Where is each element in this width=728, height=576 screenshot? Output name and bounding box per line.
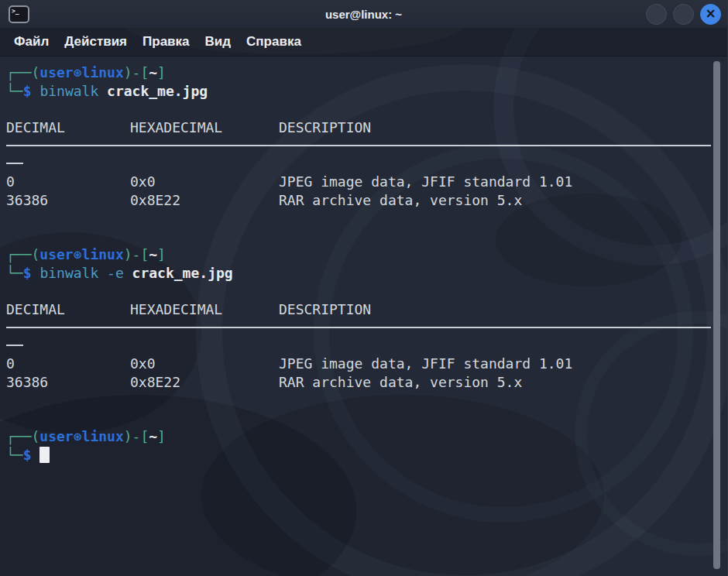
terminal-line: └─$ xyxy=(6,446,712,465)
menubar: Файл Действия Правка Вид Справка xyxy=(0,28,727,57)
terminal-line xyxy=(6,209,712,228)
output-row: DECIMALHEXADECIMALDESCRIPTION xyxy=(6,300,712,319)
output-cell: DECIMAL xyxy=(6,300,130,319)
terminal-line: └─$ binwalk -e crack_me.jpg xyxy=(6,264,712,283)
terminal-text: $ xyxy=(23,82,32,101)
output-cell: JPEG image data, JFIF standard 1.01 xyxy=(279,355,712,373)
output-row: 363860x8E22RAR archive data, version 5.x xyxy=(6,191,712,210)
separator-rule xyxy=(6,327,711,328)
terminal-line xyxy=(6,318,712,337)
output-row: 363860x8E22RAR archive data, version 5.x xyxy=(6,373,712,392)
terminal-text: binwalk xyxy=(39,264,107,283)
terminal-text: user xyxy=(39,63,73,82)
menu-item-view[interactable]: Вид xyxy=(197,31,239,53)
terminal-text: $ xyxy=(23,264,32,283)
output-cell: 0x0 xyxy=(130,173,279,191)
menu-item-file[interactable]: Файл xyxy=(6,31,57,53)
terminal-text: )-[ xyxy=(124,427,149,446)
close-button[interactable]: × xyxy=(700,4,721,25)
separator-rule xyxy=(6,163,23,164)
terminal-icon: >_ xyxy=(9,5,29,23)
terminal-output[interactable]: ┌──(user⊛linux)-[~]└─$ binwalk crack_me.… xyxy=(0,57,727,576)
output-cell: DESCRIPTION xyxy=(279,118,712,137)
terminal-text: ⊛ xyxy=(74,245,82,264)
output-cell: JPEG image data, JFIF standard 1.01 xyxy=(279,173,712,191)
terminal-text xyxy=(32,446,40,465)
terminal-line: ┌──(user⊛linux)-[~] xyxy=(6,63,712,82)
terminal-line xyxy=(6,337,712,355)
terminal-text: -e xyxy=(107,264,132,283)
terminal-line: └─$ binwalk crack_me.jpg xyxy=(6,82,712,101)
terminal-line: ┌──(user⊛linux)-[~] xyxy=(6,245,712,264)
terminal-line xyxy=(6,410,712,428)
terminal-text: $ xyxy=(23,446,32,465)
output-cell: 0x8E22 xyxy=(130,191,279,210)
terminal-text: └─ xyxy=(6,82,23,101)
terminal-cursor xyxy=(39,447,50,463)
terminal-window: >_ user@linux: ~ × Файл Действия Правка … xyxy=(0,0,728,576)
terminal-text: binwalk xyxy=(39,82,107,101)
terminal-text: ┌──( xyxy=(6,245,39,264)
output-row: DECIMALHEXADECIMALDESCRIPTION xyxy=(6,118,712,137)
terminal-line xyxy=(6,100,712,118)
terminal-text: ⊛ xyxy=(74,63,82,82)
terminal-text: )-[ xyxy=(124,245,149,264)
terminal-text: ⊛ xyxy=(74,427,82,446)
terminal-text: user xyxy=(39,427,73,446)
scrollbar-thumb[interactable] xyxy=(713,61,720,569)
maximize-button[interactable] xyxy=(673,4,694,25)
titlebar[interactable]: >_ user@linux: ~ × xyxy=(0,0,727,28)
menu-item-help[interactable]: Справка xyxy=(239,31,309,53)
output-cell: 36386 xyxy=(6,191,130,210)
terminal-line xyxy=(6,282,712,300)
terminal-text: ] xyxy=(157,245,166,264)
terminal-text: └─ xyxy=(6,264,23,283)
separator-rule xyxy=(6,345,23,346)
terminal-text: linux xyxy=(82,427,124,446)
terminal-text: ~ xyxy=(149,63,157,82)
output-cell: 36386 xyxy=(6,373,130,392)
window-controls: × xyxy=(646,4,721,25)
output-cell: RAR archive data, version 5.x xyxy=(279,191,712,210)
terminal-line xyxy=(6,155,712,173)
terminal-icon-glyph: >_ xyxy=(10,7,19,15)
terminal-line xyxy=(6,391,712,410)
minimize-button[interactable] xyxy=(646,4,667,25)
terminal-text: )-[ xyxy=(124,63,149,82)
close-icon: × xyxy=(705,7,716,20)
window-title: user@linux: ~ xyxy=(0,0,727,28)
output-row: 00x0JPEG image data, JFIF standard 1.01 xyxy=(6,173,712,191)
terminal-text: linux xyxy=(82,63,124,82)
separator-rule xyxy=(6,145,711,146)
menu-item-actions[interactable]: Действия xyxy=(57,31,135,53)
terminal-text: ┌──( xyxy=(6,427,39,446)
terminal-text xyxy=(32,82,40,101)
terminal-text: crack_me.jpg xyxy=(132,264,233,283)
terminal-text: ] xyxy=(157,63,166,82)
terminal-text xyxy=(32,264,40,283)
output-cell: RAR archive data, version 5.x xyxy=(279,373,712,392)
output-cell: HEXADECIMAL xyxy=(130,118,279,137)
terminal-text: linux xyxy=(82,245,124,264)
terminal-text: ~ xyxy=(149,427,157,446)
output-row: 00x0JPEG image data, JFIF standard 1.01 xyxy=(6,355,712,373)
terminal-line xyxy=(6,136,712,155)
menu-item-edit[interactable]: Правка xyxy=(135,31,197,53)
output-cell: DESCRIPTION xyxy=(279,300,712,319)
output-cell: DECIMAL xyxy=(6,118,130,137)
terminal-text: user xyxy=(39,245,73,264)
terminal-text: ~ xyxy=(149,245,157,264)
output-cell: 0x8E22 xyxy=(130,373,279,392)
output-cell: 0 xyxy=(6,173,130,191)
output-cell: 0x0 xyxy=(130,355,279,373)
output-cell: HEXADECIMAL xyxy=(130,300,279,319)
terminal-text: ┌──( xyxy=(6,63,39,82)
terminal-text: crack_me.jpg xyxy=(107,82,208,101)
terminal-line xyxy=(6,228,712,246)
terminal-text: ] xyxy=(157,427,166,446)
terminal-text: └─ xyxy=(6,446,23,465)
terminal-line: ┌──(user⊛linux)-[~] xyxy=(6,427,712,446)
output-cell: 0 xyxy=(6,355,130,373)
